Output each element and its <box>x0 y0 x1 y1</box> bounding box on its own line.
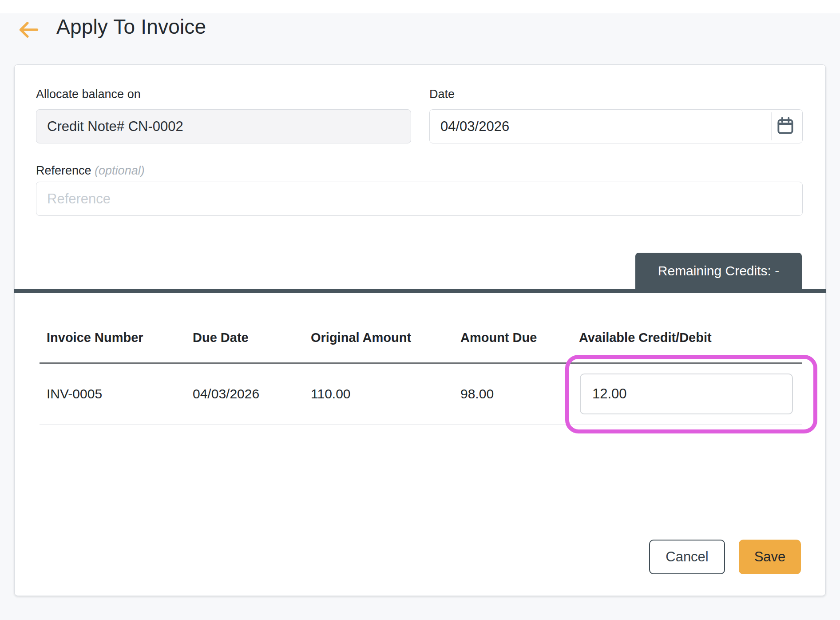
reference-input[interactable] <box>36 182 803 216</box>
section-divider <box>14 289 826 293</box>
col-header-original-amount: Original Amount <box>311 330 460 345</box>
cell-invoice-number: INV-0005 <box>47 386 193 401</box>
calendar-icon <box>775 116 795 137</box>
date-input-separator <box>771 112 772 140</box>
cancel-button[interactable]: Cancel <box>649 540 725 574</box>
reference-optional-hint: (optional) <box>95 164 145 177</box>
cell-amount-due: 98.00 <box>460 386 579 401</box>
invoice-table-header-row: Invoice Number Due Date Original Amount … <box>40 328 802 347</box>
apply-to-invoice-card: Allocate balance on Date Reference (opti… <box>14 64 826 596</box>
col-header-amount-due: Amount Due <box>460 330 579 345</box>
available-credit-input[interactable] <box>580 374 793 414</box>
reference-label-text: Reference <box>36 164 91 177</box>
arrow-left-icon <box>17 36 40 43</box>
cell-original-amount: 110.00 <box>311 386 460 401</box>
col-header-available-credit: Available Credit/Debit <box>579 330 802 345</box>
invoice-table: Invoice Number Due Date Original Amount … <box>40 328 802 425</box>
remaining-credits-badge: Remaining Credits: - <box>635 253 802 289</box>
reference-label: Reference (optional) <box>36 163 145 178</box>
table-row: INV-0005 04/03/2026 110.00 98.00 <box>40 364 802 425</box>
calendar-button[interactable] <box>773 109 797 143</box>
date-field <box>429 109 803 143</box>
allocate-balance-label: Allocate balance on <box>36 87 141 101</box>
page-header: Apply To Invoice <box>0 13 840 62</box>
cell-available-credit <box>579 374 802 414</box>
save-button[interactable]: Save <box>739 540 801 574</box>
back-button[interactable] <box>16 18 41 43</box>
allocate-balance-input[interactable] <box>36 109 411 143</box>
date-input[interactable] <box>429 109 803 143</box>
col-header-invoice-number: Invoice Number <box>47 330 193 345</box>
top-strip <box>0 0 840 13</box>
cell-due-date: 04/03/2026 <box>193 386 311 401</box>
col-header-due-date: Due Date <box>193 330 311 345</box>
page-title: Apply To Invoice <box>56 15 206 39</box>
date-label: Date <box>429 87 455 101</box>
